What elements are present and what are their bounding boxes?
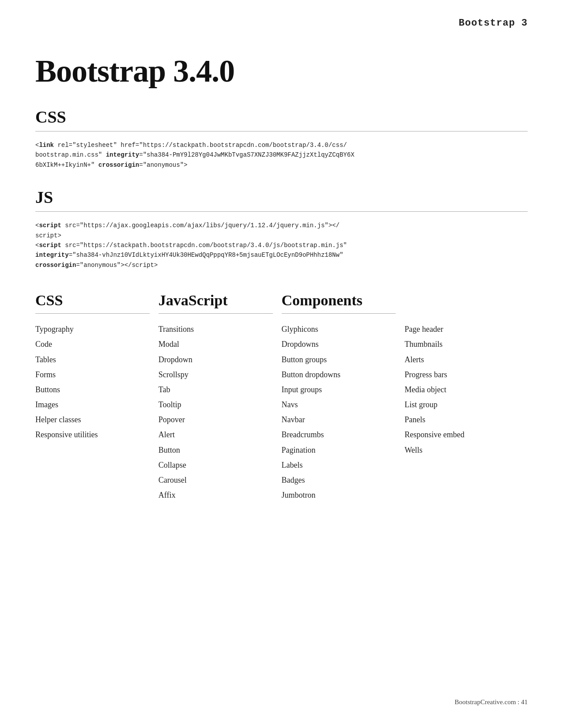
list-item: Glyphicons [282, 322, 396, 337]
list-item: Pagination [282, 443, 396, 458]
list-item: Button dropdowns [282, 367, 396, 382]
list-item: Page header [404, 322, 519, 337]
list-item: Responsive embed [404, 427, 519, 442]
list-item: Tables [35, 352, 150, 367]
css-col-list: Typography Code Tables Forms Buttons Ima… [35, 322, 150, 443]
extra-column: CSS Page header Thumbnails Alerts Progre… [404, 292, 528, 503]
js-col-list: Transitions Modal Dropdown Scrollspy Tab… [159, 322, 273, 503]
list-item: Carousel [159, 473, 273, 488]
js-section-heading: JS [35, 188, 528, 207]
list-item: Navbar [282, 412, 396, 427]
css-col-heading: CSS [35, 292, 150, 309]
columns-section: CSS Typography Code Tables Forms Buttons… [35, 292, 528, 503]
css-divider [35, 131, 528, 131]
list-item: Typography [35, 322, 150, 337]
list-item: Input groups [282, 382, 396, 397]
list-item: Badges [282, 473, 396, 488]
list-item: Panels [404, 412, 519, 427]
top-right-header: Bootstrap 3 [459, 18, 528, 29]
components-col-divider [282, 313, 396, 314]
list-item: Images [35, 397, 150, 412]
js-code-block: <script src="https://ajax.googleapis.com… [35, 221, 528, 270]
list-item: Alerts [404, 352, 519, 367]
footer: BootstrapCreative.com : 41 [455, 698, 528, 706]
css-section-heading: CSS [35, 107, 528, 127]
list-item: Button [159, 443, 273, 458]
list-item: Tab [159, 382, 273, 397]
list-item: Tooltip [159, 397, 273, 412]
css-col-divider [35, 313, 150, 314]
list-item: Media object [404, 382, 519, 397]
list-item: Jumbotron [282, 488, 396, 503]
js-col-divider [159, 313, 273, 314]
css-code-block: <link rel="stylesheet" href="https://sta… [35, 140, 528, 170]
list-item: Code [35, 337, 150, 352]
list-item: Responsive utilities [35, 427, 150, 442]
list-item: Affix [159, 488, 273, 503]
components-column: Components Glyphicons Dropdowns Button g… [282, 292, 405, 503]
list-item: Buttons [35, 382, 150, 397]
list-item: Modal [159, 337, 273, 352]
list-item: Dropdowns [282, 337, 396, 352]
list-item: Popover [159, 412, 273, 427]
list-item: Breadcrumbs [282, 427, 396, 442]
list-item: Scrollspy [159, 367, 273, 382]
list-item: Labels [282, 458, 396, 473]
list-item: Helper classes [35, 412, 150, 427]
list-item: Button groups [282, 352, 396, 367]
list-item: Wells [404, 443, 519, 458]
list-item: Alert [159, 427, 273, 442]
list-item: Dropdown [159, 352, 273, 367]
list-item: Collapse [159, 458, 273, 473]
list-item: Transitions [159, 322, 273, 337]
list-item: Forms [35, 367, 150, 382]
css-column: CSS Typography Code Tables Forms Buttons… [35, 292, 159, 503]
list-item: Thumbnails [404, 337, 519, 352]
list-item: Navs [282, 397, 396, 412]
list-item: Progress bars [404, 367, 519, 382]
javascript-column: JavaScript Transitions Modal Dropdown Sc… [159, 292, 282, 503]
components-col-heading: Components [282, 292, 396, 309]
main-title: Bootstrap 3.4.0 [35, 53, 528, 90]
js-col-heading: JavaScript [159, 292, 273, 309]
extra-col-list: Page header Thumbnails Alerts Progress b… [404, 322, 519, 458]
js-divider [35, 211, 528, 212]
list-item: List group [404, 397, 519, 412]
components-col-list: Glyphicons Dropdowns Button groups Butto… [282, 322, 396, 503]
